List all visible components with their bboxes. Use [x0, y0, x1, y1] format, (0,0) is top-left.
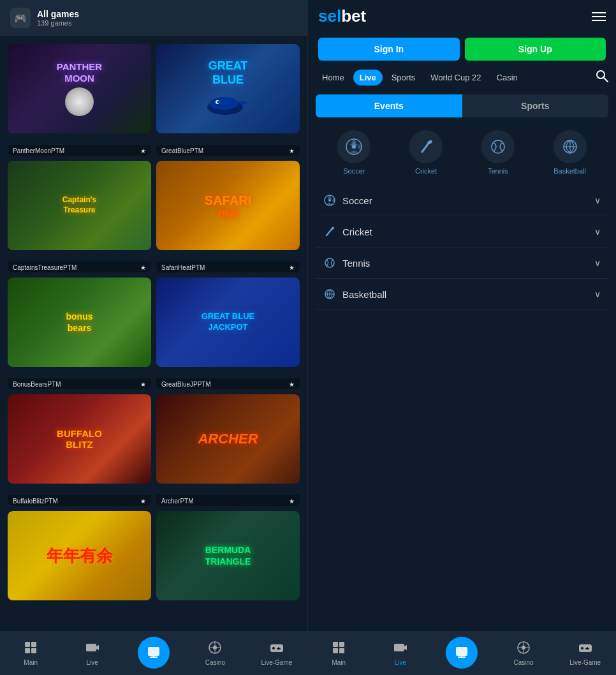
live-icon-left — [85, 641, 99, 658]
game-card-bonusbears[interactable]: bonusbears BonusBearsPTM ★ — [8, 278, 151, 389]
accordion-cricket[interactable]: Cricket ∨ — [316, 216, 608, 248]
search-button[interactable] — [596, 70, 608, 85]
svg-rect-54 — [585, 648, 589, 649]
svg-point-15 — [213, 646, 217, 649]
game-card-chinese[interactable]: 年年有余 — [8, 511, 151, 623]
nav-live-left[interactable]: Live — [61, 641, 122, 666]
sport-icons-row: Soccer Cricket Tennis — [308, 122, 616, 180]
star-captains[interactable]: ★ — [140, 264, 146, 271]
svg-point-3 — [217, 101, 219, 103]
signin-button[interactable]: Sign In — [318, 38, 460, 61]
sport-icon-tennis[interactable]: Tennis — [481, 130, 515, 175]
svg-rect-5 — [31, 642, 36, 647]
nav-casino-left[interactable]: Casino — [184, 641, 246, 666]
star-greatbluejp[interactable]: ★ — [289, 381, 295, 388]
svg-point-52 — [581, 647, 583, 649]
livegame-icon-right — [578, 641, 592, 658]
svg-point-20 — [597, 71, 605, 78]
nav-center-circle-left — [138, 637, 170, 669]
tennis-label: Tennis — [488, 167, 508, 175]
star-safari[interactable]: ★ — [289, 264, 295, 271]
game-card-captains[interactable]: Captain'sTreasure CaptainsTreasurePTM ★ — [8, 161, 151, 272]
game-card-greatbluejp[interactable]: GREAT BLUEJACKPOT GreatBlueJPPTM ★ — [156, 278, 300, 389]
basketball-icon-circle — [554, 130, 587, 163]
sport-icon-basketball[interactable]: Basketball — [554, 130, 587, 175]
game-card-panther-moon[interactable]: PANTHERMOON PantherMoonPTM ★ — [8, 44, 151, 156]
svg-rect-43 — [394, 644, 404, 651]
game-card-bermuda[interactable]: BERMUDATRIANGLE — [156, 511, 300, 623]
nav-label-casino-right: Casino — [514, 659, 534, 666]
accordion-basketball-chevron: ∨ — [594, 289, 601, 299]
sport-icon-soccer[interactable]: Soccer — [337, 130, 370, 175]
bottom-nav-left: Main Live — [0, 630, 307, 675]
nav-livegame-right[interactable]: Live-Game — [554, 641, 616, 666]
sport-icon-cricket[interactable]: Cricket — [409, 130, 443, 175]
tab-home[interactable]: Home — [316, 70, 351, 85]
svg-rect-4 — [25, 642, 30, 647]
star-buffalo[interactable]: ★ — [140, 498, 146, 505]
game-card-archer[interactable]: ARCHER ArcherPTM ★ — [156, 394, 300, 506]
accordion-tennis[interactable]: Tennis ∨ — [316, 248, 608, 279]
nav-casino-right[interactable]: Casino — [493, 641, 555, 666]
game-card-great-blue[interactable]: GREATBLUE GreatBluePTM ★ — [156, 44, 300, 156]
basketball-label: Basketball — [554, 167, 586, 175]
tab-sports[interactable]: Sports — [385, 70, 422, 85]
bottom-nav-right: Main Live — [308, 630, 616, 675]
svg-point-17 — [272, 647, 275, 649]
nav-tabs: Home Live Sports World Cup 22 Casin — [308, 66, 616, 89]
accordion-basketball-label: Basketball — [342, 289, 386, 300]
tab-live[interactable]: Live — [353, 70, 383, 85]
nav-center-left[interactable] — [123, 637, 184, 670]
svg-point-27 — [492, 140, 504, 153]
left-panel: 🎮 All games 139 games PANTHERMOON Panthe… — [0, 0, 308, 675]
casino-icon-left — [208, 641, 222, 658]
star-greatblue[interactable]: ★ — [289, 147, 295, 154]
soccer-icon-circle — [337, 130, 370, 163]
game-name-bonusbears: BonusBearsPTM — [13, 381, 61, 388]
sports-tab[interactable]: Sports — [462, 94, 609, 117]
game-card-buffalo[interactable]: BUFFALOBLITZ BuffaloBlitzPTM ★ — [8, 394, 151, 506]
accordion-soccer[interactable]: Soccer ∨ — [316, 185, 608, 216]
signup-button[interactable]: Sign Up — [465, 38, 606, 61]
nav-label-livegame-left: Live-Game — [261, 659, 292, 666]
svg-line-21 — [604, 78, 608, 82]
nav-label-live-right: Live — [395, 659, 406, 666]
header-text: All games 139 games — [37, 9, 79, 27]
star-bonusbears[interactable]: ★ — [140, 381, 146, 388]
game-name-greatblue: GreatBluePTM — [161, 147, 203, 154]
accordion-tennis-chevron: ∨ — [594, 258, 601, 268]
accordion-basketball[interactable]: Basketball ∨ — [316, 279, 608, 310]
game-card-safari[interactable]: SAFARI Heat SafariHeatPTM ★ — [156, 161, 300, 272]
nav-center-right[interactable] — [431, 637, 493, 670]
event-sport-tabs: Events Sports — [316, 94, 608, 117]
svg-rect-44 — [456, 647, 467, 656]
svg-rect-8 — [86, 644, 96, 651]
game-name-greatbluejp: GreatBlueJPPTM — [161, 381, 211, 388]
game-name-captains: CaptainsTreasurePTM — [13, 264, 77, 271]
games-icon: 🎮 — [10, 8, 31, 28]
svg-rect-42 — [339, 648, 344, 653]
nav-main-left[interactable]: Main — [0, 641, 61, 666]
games-count: 139 games — [37, 19, 79, 27]
nav-main-right[interactable]: Main — [308, 641, 370, 666]
right-panel: selbet Sign In Sign Up Home Live Sports … — [308, 0, 616, 675]
svg-rect-7 — [31, 648, 36, 653]
svg-rect-6 — [25, 648, 30, 653]
logo: selbet — [318, 6, 366, 26]
accordion-soccer-left: Soccer — [323, 194, 372, 207]
events-tab[interactable]: Events — [316, 94, 462, 117]
left-header: 🎮 All games 139 games — [0, 0, 307, 36]
svg-point-50 — [522, 646, 525, 649]
accordion-basketball-left: Basketball — [323, 288, 386, 300]
game-name-archer: ArcherPTM — [161, 498, 194, 505]
nav-live-right[interactable]: Live — [370, 641, 432, 666]
nav-livegame-left[interactable]: Live-Game — [246, 641, 307, 666]
hamburger-menu[interactable] — [592, 12, 606, 21]
star-archer[interactable]: ★ — [289, 498, 295, 505]
nav-label-live-left: Live — [86, 659, 98, 666]
nav-label-main-right: Main — [332, 659, 346, 666]
tab-casino[interactable]: Casin — [490, 70, 524, 85]
tab-worldcup[interactable]: World Cup 22 — [424, 70, 487, 85]
games-grid: PANTHERMOON PantherMoonPTM ★ GREATBLUE — [0, 36, 307, 630]
star-panther[interactable]: ★ — [140, 147, 146, 154]
